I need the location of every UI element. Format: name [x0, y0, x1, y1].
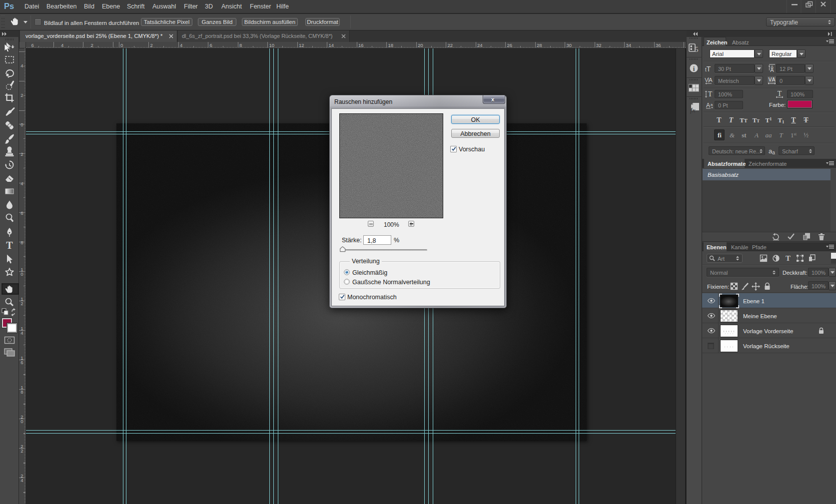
svg-text:V: V — [705, 77, 709, 83]
svg-text:A: A — [709, 77, 713, 83]
svg-text:A: A — [770, 67, 774, 73]
svg-text:5: 5 — [695, 45, 699, 53]
svg-text:A: A — [706, 102, 710, 109]
svg-text:T: T — [708, 90, 713, 98]
svg-text:fx: fx — [690, 106, 696, 114]
svg-text:i: i — [693, 65, 695, 72]
svg-text:V: V — [769, 77, 772, 82]
svg-text:A: A — [772, 77, 776, 82]
svg-text:a: a — [711, 102, 713, 107]
svg-text:T: T — [6, 240, 13, 251]
svg-text:T: T — [778, 90, 782, 97]
